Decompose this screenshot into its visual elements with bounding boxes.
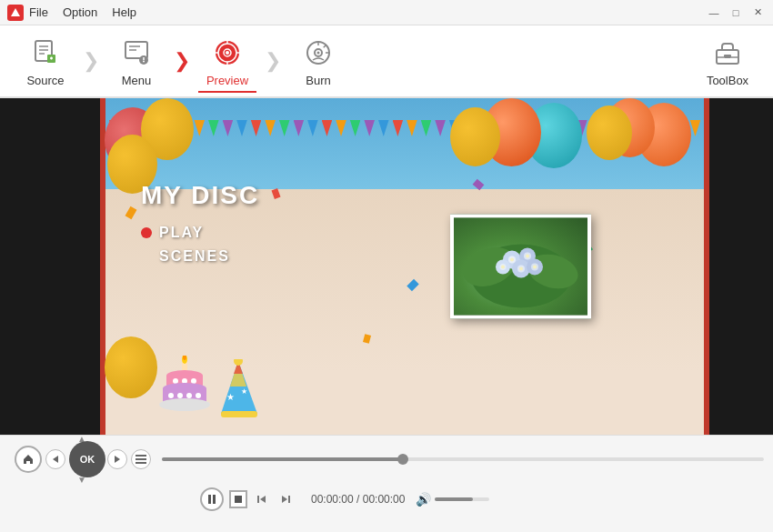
svg-marker-82	[282, 496, 287, 503]
toolbar-menu[interactable]: Menu	[100, 29, 173, 93]
balloon-yellow-top	[587, 105, 632, 160]
video-preview: MY DISC PLAY SCENES	[0, 98, 773, 435]
preview-label: Preview	[206, 74, 248, 87]
side-panel-left	[0, 98, 105, 435]
menu-play-label: PLAY	[159, 225, 204, 241]
svg-point-64	[186, 393, 192, 398]
thumbnail-content	[454, 218, 587, 316]
balloon-yellow-bottom	[105, 336, 157, 398]
volume-slider[interactable]	[435, 497, 489, 501]
toolbox-label: ToolBox	[707, 74, 748, 87]
disc-title: MY DISC	[141, 181, 259, 210]
menu-icon	[119, 35, 154, 70]
app-icon	[7, 5, 24, 21]
svg-point-63	[177, 393, 183, 398]
svg-marker-74	[24, 455, 33, 464]
menu-lines-button[interactable]	[131, 449, 151, 469]
seek-area	[162, 457, 764, 461]
toolbar-preview[interactable]: Preview	[191, 29, 264, 93]
svg-point-49	[533, 265, 537, 268]
menu-scenes-label: SCENES	[159, 248, 230, 265]
controls-row-1: ▲ OK ▼	[0, 436, 773, 483]
side-panel-right	[705, 98, 773, 435]
time-display: 00:00:00 / 00:00:00	[311, 493, 405, 506]
nav-left-button[interactable]	[45, 449, 65, 469]
svg-point-21	[226, 51, 229, 55]
svg-point-65	[196, 393, 201, 398]
toolbar-burn[interactable]: Burn	[282, 29, 355, 93]
menu-play-row: PLAY	[141, 225, 259, 241]
controls-area: ▲ OK ▼	[0, 435, 773, 532]
pause-button[interactable]	[200, 487, 224, 511]
burn-icon	[301, 35, 336, 70]
maximize-button[interactable]: □	[728, 5, 744, 20]
svg-text:★: ★	[241, 387, 247, 396]
window-controls: — □ ✕	[706, 5, 766, 20]
svg-rect-79	[235, 496, 242, 503]
menu-label: Menu	[122, 74, 152, 87]
toolbar-arrow-3: ❯	[264, 29, 282, 93]
svg-marker-76	[115, 456, 120, 463]
seek-progress	[162, 457, 403, 461]
svg-marker-75	[53, 456, 58, 463]
toolbar: Source ❯ Menu ❯	[0, 25, 773, 98]
thumbnail-preview	[450, 215, 591, 319]
hat-decoration: ★ ★	[214, 359, 264, 427]
toolbox-icon	[710, 35, 745, 70]
seek-bar[interactable]	[162, 457, 764, 461]
seek-thumb[interactable]	[397, 454, 408, 465]
step-back-button[interactable]	[253, 490, 271, 508]
nav-right-button[interactable]	[107, 449, 127, 469]
title-bar: File Option Help — □ ✕	[0, 0, 773, 25]
svg-point-56	[173, 378, 178, 384]
ok-button[interactable]: OK	[69, 441, 105, 477]
menu-overlay: MY DISC PLAY SCENES	[141, 181, 259, 272]
svg-rect-29	[724, 55, 731, 58]
home-button[interactable]	[15, 446, 42, 473]
menu-bar: File Option Help	[29, 5, 136, 19]
document-icon	[28, 35, 63, 70]
svg-rect-70	[221, 411, 257, 417]
svg-rect-77	[208, 495, 211, 504]
menu-option[interactable]: Option	[63, 5, 97, 19]
svg-point-58	[191, 378, 196, 384]
burn-label: Burn	[306, 74, 330, 87]
svg-rect-78	[213, 495, 216, 504]
volume-fill	[435, 497, 473, 501]
svg-text:★: ★	[226, 392, 235, 402]
svg-point-62	[168, 393, 174, 398]
toolbar-arrow-1: ❯	[82, 29, 100, 93]
nav-cluster: ▲ OK ▼	[9, 436, 155, 483]
menu-help[interactable]: Help	[112, 5, 136, 19]
toolbar-toolbox[interactable]: ToolBox	[691, 29, 764, 93]
svg-point-48	[501, 265, 505, 268]
svg-point-46	[526, 254, 529, 257]
svg-point-71	[234, 359, 243, 366]
menu-dot-play	[141, 227, 152, 238]
svg-marker-0	[11, 8, 20, 16]
svg-point-24	[317, 51, 320, 54]
close-button[interactable]: ✕	[749, 5, 766, 20]
svg-marker-80	[260, 496, 266, 503]
svg-line-26	[324, 45, 326, 47]
menu-scenes-row: SCENES	[141, 248, 259, 265]
volume-control: 🔊	[416, 492, 489, 507]
stop-button[interactable]	[229, 490, 247, 508]
minimize-button[interactable]: —	[706, 5, 722, 20]
toolbar-source[interactable]: Source	[9, 29, 82, 93]
step-fwd-button[interactable]	[276, 490, 295, 508]
controls-row-2: 00:00:00 / 00:00:00 🔊	[0, 483, 773, 516]
svg-point-45	[510, 257, 514, 261]
svg-point-13	[143, 60, 145, 62]
toolbar-arrow-2: ❯	[173, 29, 191, 93]
svg-point-66	[159, 398, 210, 411]
source-label: Source	[26, 74, 64, 87]
volume-icon: 🔊	[416, 492, 431, 507]
preview-icon	[210, 35, 245, 70]
svg-point-47	[519, 266, 523, 270]
cake-decoration	[155, 356, 218, 424]
balloon-yellow-2	[450, 107, 500, 166]
menu-file[interactable]: File	[29, 5, 48, 19]
